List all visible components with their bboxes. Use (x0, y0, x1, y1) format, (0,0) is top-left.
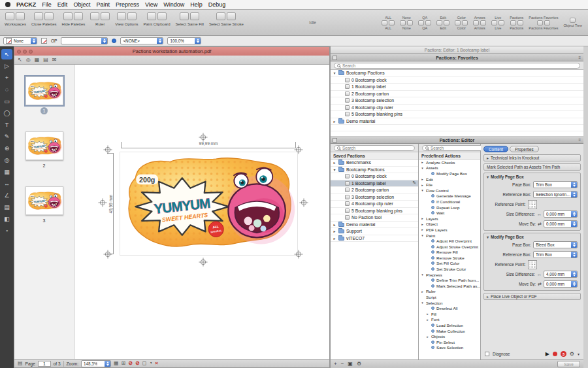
palette-toggle-group[interactable]: Edit Edit (434, 10, 452, 35)
palette-toggle-group[interactable]: Pactions Pactions (507, 10, 526, 35)
favorites-tree-row[interactable]: 1 Bootcamp label (331, 84, 583, 91)
palette-toggle-icon[interactable] (544, 20, 550, 25)
ink-select[interactable]: <NONE> (120, 37, 163, 44)
disclosure-arrow-icon[interactable]: ▸ (333, 119, 336, 124)
predefined-action-row[interactable]: ▾ Selection (419, 300, 480, 306)
record-button[interactable] (553, 352, 557, 356)
saved-paction-row[interactable]: No Paction tool (331, 214, 418, 222)
stepper-icon[interactable] (195, 38, 201, 44)
trap-tool[interactable]: ◧ (1, 214, 12, 224)
ink-book-select[interactable] (61, 37, 108, 44)
stepper-icon[interactable] (31, 38, 37, 44)
toolbar-button-icon[interactable] (147, 12, 156, 20)
reference-point-grid[interactable] (528, 200, 537, 209)
toolbar-group[interactable]: View Options (112, 10, 140, 35)
gear-icon[interactable]: ⚙ (357, 361, 361, 367)
predefined-action-row[interactable]: Load Selection (419, 322, 480, 328)
predefined-action-row[interactable]: ▸ Ruler (419, 289, 480, 295)
toolbar-button-icon[interactable] (180, 12, 189, 20)
palette-toggle-icon[interactable] (517, 20, 523, 25)
palette-toggle-icon[interactable] (498, 20, 504, 25)
zoom-tool[interactable]: ◎ (1, 155, 12, 165)
stepper-icon[interactable] (571, 182, 577, 188)
saved-paction-row[interactable]: 0 Bootcamp clock (331, 173, 418, 180)
step-mark-selected-path[interactable]: Mark Selected Path as Assets Trim Path (483, 163, 581, 171)
toolbar-button-icon[interactable] (117, 12, 126, 20)
toolbar-button-icon[interactable] (216, 12, 225, 20)
lasso-tool[interactable]: ◌ (1, 84, 12, 95)
save-button[interactable]: Save (557, 361, 580, 367)
predefined-action-row[interactable]: Wait (419, 210, 480, 216)
toolbar-button-icon[interactable] (90, 12, 99, 20)
page-thumbnail[interactable]: 2 (25, 131, 63, 169)
doc-tool-icon[interactable]: ◎ (26, 58, 31, 63)
view-tiles-icon[interactable]: ⊞ (122, 361, 126, 366)
grid-tool[interactable]: ▦ (1, 167, 12, 177)
favorites-tree-row[interactable]: 4 Bootcamp clip ruler (331, 105, 583, 112)
toolbar-button-icon[interactable] (74, 12, 83, 20)
page-thumbnail[interactable]: 3 (25, 186, 63, 224)
predefined-action-row[interactable]: Make Collection (419, 328, 480, 334)
saved-paction-row[interactable]: ▸ Benchmarks (331, 159, 418, 167)
favorites-tree-row[interactable]: 2 Bootcamp carton (331, 91, 583, 98)
size-difference-input[interactable]: 4,000 mm (544, 271, 578, 278)
saved-paction-row[interactable]: 2 Bootcamp carton (331, 187, 418, 194)
stepper-icon[interactable] (571, 211, 577, 217)
toolbar-group[interactable]: Hide Palettes (59, 10, 88, 35)
predefined-action-row[interactable]: Mark Selected Path as... (419, 283, 480, 289)
tab-content[interactable]: Content (483, 146, 508, 152)
predefined-action-row[interactable]: ▸ Analyze Checks (419, 159, 480, 165)
toolbar-group[interactable]: Close Palettes (29, 10, 59, 35)
saved-search-input[interactable] (342, 146, 412, 150)
saved-paction-row[interactable]: 1 Bootcamp label ✎ (331, 180, 418, 188)
predefined-action-row[interactable]: ▾ Flow Control (419, 188, 480, 193)
predefined-action-row[interactable]: Remove Stroke (419, 255, 480, 261)
reference-box-select[interactable]: Selection Ignoring Str... (533, 191, 578, 198)
saved-paction-row[interactable]: 5 Bootcamp blanking pins (331, 208, 418, 215)
disclosure-arrow-icon[interactable]: ▸ (421, 183, 424, 187)
panel-menu-icon[interactable]: ≡ (578, 138, 581, 142)
toolbar-group[interactable]: Ruler (88, 10, 112, 35)
disclosure-arrow-icon[interactable]: ▸ (333, 160, 336, 165)
toolbar-group[interactable]: Paint Clipboard (141, 10, 173, 35)
palette-toggle-group[interactable]: Color Color (452, 10, 470, 35)
menubar-item[interactable]: Window (163, 1, 184, 8)
favorites-tree-row[interactable]: 0 Bootcamp clock (331, 77, 583, 84)
pencil-tool[interactable]: ✎ (1, 131, 12, 142)
favorites-tree-row[interactable]: 5 Bootcamp blanking pins (331, 111, 583, 118)
selection-tool[interactable]: ↖ (1, 49, 12, 59)
panel-menu-icon[interactable]: ≡ (578, 56, 581, 59)
palette-toggle-icon[interactable] (462, 20, 468, 25)
menubar-item[interactable]: View (145, 1, 157, 8)
predefined-action-row[interactable]: Save Selection (419, 345, 480, 351)
predefined-action-row[interactable]: Repeat Loop (419, 205, 480, 210)
disclosure-arrow-icon[interactable]: ▸ (421, 216, 424, 220)
palette-toggle-icon[interactable] (436, 20, 442, 25)
menubar-item[interactable]: Prepress (116, 1, 139, 8)
add-paction-button[interactable]: + (334, 361, 337, 367)
palette-toggle-icon[interactable] (491, 20, 497, 25)
toolbar-button-icon[interactable] (227, 12, 236, 20)
predefined-action-row[interactable]: Adjust Fill Overprint (419, 238, 480, 244)
palette-toggle-icon[interactable] (510, 20, 516, 25)
tint-select[interactable]: 100,0% (167, 37, 201, 44)
saved-paction-row[interactable]: ▾ Bootcamp Pactions (331, 167, 418, 174)
document-canvas[interactable]: 99,99 mm 49,99 mm (74, 65, 329, 359)
palette-toggle-group[interactable]: Live Live (489, 10, 507, 35)
page-box-select[interactable]: Trim Box (533, 181, 578, 188)
palette-toggle-icon[interactable] (418, 20, 424, 25)
disclosure-arrow-icon[interactable]: ▸ (487, 294, 489, 299)
view-grid-icon[interactable]: ▦ (114, 361, 119, 366)
saved-search-box[interactable] (334, 145, 415, 151)
disclosure-arrow-icon[interactable]: ▾ (421, 233, 424, 237)
palette-toggle-icon[interactable] (425, 20, 431, 25)
saved-paction-row[interactable]: 3 Bootcamp selection (331, 194, 418, 201)
stepper-icon[interactable] (101, 38, 107, 44)
page-thumbnail-preview[interactable] (25, 186, 63, 215)
predefined-action-row[interactable]: Define Trim Path from... (419, 277, 480, 283)
page-thumbnail-preview[interactable] (25, 131, 63, 160)
palette-toggle-group[interactable]: ALL ALL (379, 10, 397, 35)
predefined-action-row[interactable]: Pin Select (419, 339, 480, 345)
palette-toggle-group[interactable]: Arrows Arrows (470, 10, 489, 35)
disclosure-arrow-icon[interactable]: ▸ (426, 318, 429, 322)
